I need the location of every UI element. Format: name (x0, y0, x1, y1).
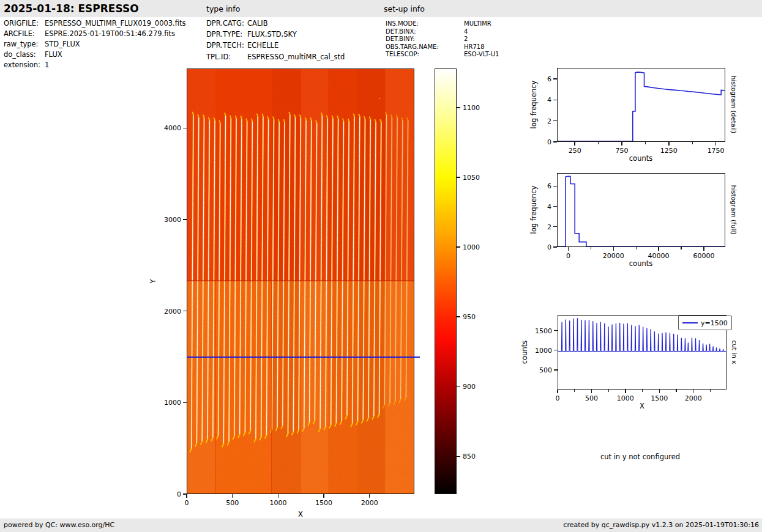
file-info-label: extension: (4, 61, 45, 69)
x-tick-label: 1750 (708, 147, 725, 155)
x-tick-mark (323, 494, 324, 498)
colorbar-tick-mark (457, 107, 460, 108)
colorbar-tick-mark (457, 177, 460, 177)
x-tick-mark (658, 247, 659, 251)
y-tick-label: 4 (547, 202, 551, 210)
x-minor-tick-mark (598, 142, 599, 144)
colorbar-tick-mark (457, 456, 460, 457)
x-tick-mark (715, 142, 716, 146)
setup-info-value: 4 (464, 28, 468, 35)
colorbar-tick-label: 900 (463, 383, 476, 391)
y-tick-label: 2000 (164, 307, 181, 315)
setup-info-row: INS.MODE:MULTIMR (386, 20, 491, 27)
x-tick-label: 2000 (361, 499, 378, 507)
raw-frame-heatmap (187, 69, 414, 493)
type-info-row: TPL.ID:ESPRESSO_multiMR_cal_std (206, 53, 345, 61)
colorbar-tick-label: 850 (463, 453, 476, 460)
setup-info-label: TELESCOP: (386, 51, 464, 57)
x-minor-tick-mark (710, 390, 711, 392)
type-info-label: DPR.CATG: (206, 19, 247, 28)
x-tick-mark (621, 142, 622, 146)
colorbar (435, 68, 457, 494)
main-y-axis-label: Y (149, 279, 157, 283)
setup-info-value: MULTIMR (464, 20, 491, 27)
x-tick-mark (278, 494, 278, 498)
setup-info-row: DET.BINY:2 (386, 35, 468, 42)
colorbar-tick-label: 950 (463, 313, 476, 321)
y-tick-label: 0 (547, 138, 551, 146)
x-minor-tick-mark (608, 390, 609, 392)
colorbar-tick-label: 1000 (463, 243, 480, 251)
type-info-heading: type info (206, 4, 240, 13)
file-info-row: raw_type:STD_FLUX (4, 40, 80, 48)
y-tick-label: 2 (547, 223, 551, 231)
setup-info-label: INS.MODE: (386, 20, 464, 27)
x-tick-mark (591, 390, 592, 393)
hist-full-x-label: counts (629, 259, 652, 268)
raw-frame-image (187, 68, 414, 494)
x-tick-mark (186, 494, 187, 498)
file-info-row: ORIGFILE:ESPRESSO_MULTIMR_FLUX019_0003.f… (4, 19, 186, 28)
colorbar-tick-mark (457, 386, 460, 387)
x-tick-mark (613, 247, 614, 251)
file-info-label: ORIGFILE: (4, 19, 45, 28)
x-tick-label: 0 (566, 252, 570, 260)
x-minor-tick-mark (645, 142, 646, 144)
cut-position-line (187, 357, 420, 358)
hist-full-y-label: log frequency (529, 186, 538, 234)
hist-detail-right-label: histogram (detail) (730, 76, 738, 133)
legend-label: y=1500 (701, 319, 728, 327)
colorbar-tick-label: 1100 (463, 103, 480, 111)
x-minor-tick-mark (692, 142, 693, 144)
x-tick-label: 20000 (603, 252, 624, 260)
y-tick-label: 1000 (535, 346, 552, 354)
footer-left-text: powered by QC: www.eso.org/HC (4, 519, 114, 532)
y-tick-label: 4000 (164, 124, 181, 132)
type-info-value: CALIB (247, 19, 268, 28)
type-info-value: ESPRESSO_multiMR_cal_std (247, 53, 345, 61)
y-tick-label: 6 (547, 182, 551, 190)
y-tick-label: 3000 (164, 215, 181, 223)
x-tick-mark (557, 390, 558, 393)
type-info-label: DPR.TYPE: (206, 30, 247, 39)
type-info-value: ECHELLE (247, 41, 278, 50)
file-info-row: extension:1 (4, 61, 49, 69)
x-tick-mark (668, 142, 669, 146)
y-tick-label: 500 (539, 366, 552, 374)
hist-detail-x-label: counts (629, 154, 652, 163)
colorbar-tick-mark (457, 246, 460, 247)
x-tick-mark (693, 390, 693, 393)
x-tick-mark (625, 390, 626, 393)
file-info-value: ESPRESSO_MULTIMR_FLUX019_0003.fits (45, 19, 186, 28)
x-tick-label: 1500 (651, 394, 668, 402)
file-info-label: raw_type: (4, 40, 45, 48)
type-info-row: DPR.TECH:ECHELLE (206, 41, 278, 50)
x-tick-label: 0 (185, 499, 189, 507)
setup-info-row: OBS.TARG.NAME:HR718 (386, 43, 485, 50)
legend-line-sample (682, 322, 698, 323)
x-minor-tick-mark (681, 247, 681, 249)
setup-info-label: DET.BINX: (386, 28, 464, 35)
x-minor-tick-mark (676, 390, 676, 392)
x-minor-tick-mark (636, 247, 637, 249)
x-tick-mark (232, 494, 233, 498)
x-tick-label: 0 (556, 394, 560, 402)
main-x-axis-label: X (298, 510, 303, 519)
x-tick-mark (574, 142, 575, 146)
y-tick-label: 1000 (164, 399, 181, 407)
cut-legend: y=1500 (678, 316, 732, 330)
file-info-value: STD_FLUX (45, 40, 80, 48)
x-tick-label: 1000 (269, 499, 286, 507)
x-minor-tick-mark (642, 390, 643, 392)
x-tick-mark (703, 247, 704, 251)
y-tick-label: 6 (547, 75, 551, 83)
page-title: 2025-01-18: ESPRESSO (4, 2, 139, 15)
cut-y-label: counts (520, 341, 529, 364)
type-info-label: TPL.ID: (206, 53, 247, 61)
file-info-label: do_class: (4, 50, 45, 59)
setup-info-value: ESO-VLT-U1 (464, 51, 499, 57)
qc-report-page: { "page": {"background": "#ffffff", "bar… (0, 0, 762, 532)
file-info-label: ARCFILE: (4, 29, 45, 38)
cut-x-label: X (640, 402, 644, 410)
y-tick-label: 4 (547, 96, 551, 104)
